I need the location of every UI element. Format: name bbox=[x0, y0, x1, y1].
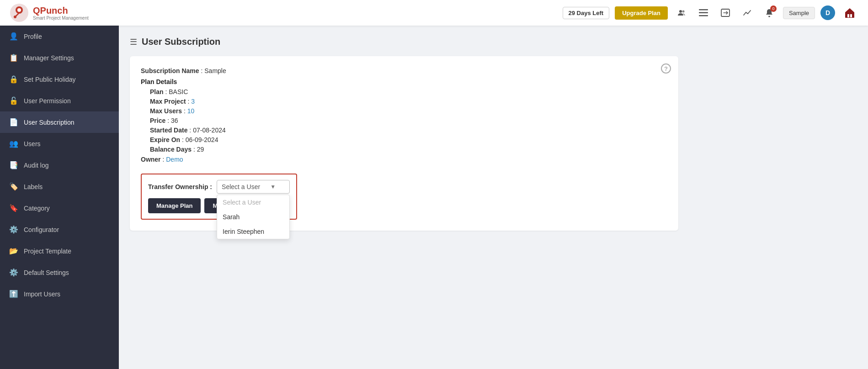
main-layout: 👤 Profile 📋 Manager Settings 🔒 Set Publi… bbox=[0, 26, 868, 369]
sidebar-item-project-template[interactable]: 📂 Project Template bbox=[0, 240, 119, 262]
set-public-holiday-icon: 🔒 bbox=[9, 75, 18, 84]
select-user-display: Select a User bbox=[222, 183, 260, 190]
subscription-card: ? Subscription Name : Sample Plan Detail… bbox=[130, 56, 678, 231]
help-icon[interactable]: ? bbox=[661, 63, 671, 74]
upgrade-plan-button[interactable]: Upgrade Plan bbox=[615, 6, 668, 20]
sidebar-item-audit-log[interactable]: 📑 Audit log bbox=[0, 154, 119, 176]
max-users-row: Max Users : 10 bbox=[150, 107, 667, 115]
logo-text: QPunch Smart Project Management bbox=[33, 5, 89, 21]
sidebar-item-set-public-holiday[interactable]: 🔒 Set Public Holiday bbox=[0, 69, 119, 90]
svg-point-4 bbox=[14, 16, 16, 18]
sidebar-item-configurator[interactable]: ⚙️ Configurator bbox=[0, 219, 119, 240]
subscription-name-row: Subscription Name : Sample bbox=[141, 67, 667, 74]
transfer-icon-button[interactable] bbox=[717, 5, 734, 21]
started-date-row: Started Date : 07-08-2024 bbox=[150, 127, 667, 134]
transfer-ownership-label: Transfer Ownership : bbox=[148, 183, 212, 190]
sidebar-item-import-users[interactable]: ⬆️ Import Users bbox=[0, 283, 119, 305]
plan-label: Plan bbox=[150, 88, 164, 95]
sidebar-item-label: Audit log bbox=[24, 162, 48, 169]
sidebar-item-profile[interactable]: 👤 Profile bbox=[0, 26, 119, 47]
import-users-icon: ⬆️ bbox=[9, 290, 18, 298]
select-user-wrapper: Select a User ▼ Select a User Sarah Ieri… bbox=[217, 180, 290, 194]
category-icon: 🔖 bbox=[9, 204, 18, 212]
svg-point-5 bbox=[679, 10, 682, 13]
sidebar-item-label: Category bbox=[24, 205, 50, 212]
sample-button[interactable]: Sample bbox=[783, 7, 815, 19]
chart-icon-button[interactable] bbox=[739, 5, 756, 21]
svg-rect-9 bbox=[699, 15, 708, 16]
profile-icon: 👤 bbox=[9, 32, 18, 41]
balance-days-row: Balance Days : 29 bbox=[150, 146, 667, 153]
logo-area: QPunch Smart Project Management bbox=[9, 3, 89, 23]
expire-on-row: Expire On : 06-09-2024 bbox=[150, 136, 667, 143]
expire-on-value: 06-09-2024 bbox=[186, 136, 218, 143]
ownership-section: Transfer Ownership : Select a User ▼ Sel… bbox=[141, 174, 297, 220]
audit-log-icon: 📑 bbox=[9, 161, 18, 169]
sidebar-item-label: Set Public Holiday bbox=[24, 76, 76, 83]
list-icon-button[interactable] bbox=[695, 5, 712, 21]
team-icon-button[interactable] bbox=[673, 5, 690, 21]
notification-badge: 0 bbox=[770, 5, 777, 12]
max-users-value: 10 bbox=[187, 107, 195, 115]
sidebar-item-label: Manager Settings bbox=[24, 54, 74, 62]
labels-icon: 🏷️ bbox=[9, 182, 18, 191]
sidebar-item-labels[interactable]: 🏷️ Labels bbox=[0, 176, 119, 197]
sidebar: 👤 Profile 📋 Manager Settings 🔒 Set Publi… bbox=[0, 26, 119, 369]
max-users-label: Max Users bbox=[150, 107, 182, 115]
plan-details-section: Plan : BASIC Max Project : 3 Max Users :… bbox=[141, 88, 667, 153]
plan-value: BASIC bbox=[169, 88, 188, 95]
max-project-row: Max Project : 3 bbox=[150, 98, 667, 105]
home-icon-button[interactable] bbox=[841, 4, 859, 22]
sidebar-item-label: Default Settings bbox=[24, 269, 69, 276]
owner-value: Demo bbox=[166, 156, 183, 163]
sidebar-item-users[interactable]: 👥 Users bbox=[0, 133, 119, 154]
days-left: 29 Days Left bbox=[563, 7, 610, 19]
svg-point-6 bbox=[682, 11, 684, 13]
svg-rect-12 bbox=[847, 14, 849, 17]
sidebar-item-category[interactable]: 🔖 Category bbox=[0, 197, 119, 219]
sidebar-item-manager-settings[interactable]: 📋 Manager Settings bbox=[0, 47, 119, 69]
svg-rect-13 bbox=[850, 14, 852, 17]
price-label: Price bbox=[150, 117, 165, 124]
svg-rect-7 bbox=[699, 9, 708, 11]
logo-icon bbox=[9, 3, 29, 23]
plan-details-label: Plan Details bbox=[141, 78, 667, 85]
sidebar-item-label: Labels bbox=[24, 183, 43, 190]
manage-plan-button[interactable]: Manage Plan bbox=[148, 198, 201, 213]
started-date-label: Started Date bbox=[150, 127, 187, 134]
topnav: QPunch Smart Project Management 29 Days … bbox=[0, 0, 868, 26]
user-subscription-icon: 📄 bbox=[9, 118, 18, 127]
sidebar-item-user-permission[interactable]: 🔓 User Permission bbox=[0, 90, 119, 111]
user-permission-icon: 🔓 bbox=[9, 96, 18, 105]
balance-days-value: 29 bbox=[197, 146, 204, 153]
sidebar-item-label: Users bbox=[24, 140, 41, 148]
page-header: ☰ User Subscription bbox=[130, 37, 857, 47]
dropdown-option-ierin[interactable]: Ierin Steephen bbox=[217, 224, 289, 239]
dropdown-option-sarah[interactable]: Sarah bbox=[217, 210, 289, 224]
page-title: User Subscription bbox=[142, 37, 220, 47]
bell-icon-button[interactable]: 0 bbox=[761, 5, 777, 21]
manager-settings-icon: 📋 bbox=[9, 53, 18, 62]
user-dropdown-menu: Select a User Sarah Ierin Steephen bbox=[217, 195, 290, 239]
chevron-down-icon: ▼ bbox=[270, 184, 276, 190]
sidebar-item-label: Import Users bbox=[24, 290, 60, 298]
avatar[interactable]: D bbox=[820, 5, 835, 20]
sidebar-item-default-settings[interactable]: ⚙️ Default Settings bbox=[0, 262, 119, 283]
dropdown-option-select[interactable]: Select a User bbox=[217, 195, 289, 210]
subscription-name-label: Subscription Name bbox=[141, 67, 199, 74]
sidebar-item-user-subscription[interactable]: 📄 User Subscription bbox=[0, 111, 119, 133]
price-row: Price : 36 bbox=[150, 117, 667, 124]
users-icon: 👥 bbox=[9, 139, 18, 148]
hamburger-icon[interactable]: ☰ bbox=[130, 37, 137, 47]
content-area: ☰ User Subscription ? Subscription Name … bbox=[119, 26, 868, 369]
default-settings-icon: ⚙️ bbox=[9, 268, 18, 277]
price-value: 36 bbox=[171, 117, 178, 124]
sidebar-item-label: Project Template bbox=[24, 248, 71, 255]
logo-title: QPunch bbox=[33, 5, 89, 16]
select-user-button[interactable]: Select a User ▼ bbox=[217, 180, 290, 194]
svg-point-11 bbox=[768, 16, 770, 17]
max-project-value: 3 bbox=[191, 98, 195, 105]
logo-subtitle: Smart Project Management bbox=[33, 16, 89, 21]
owner-row: Owner : Demo bbox=[141, 156, 667, 163]
expire-on-label: Expire On bbox=[150, 136, 180, 143]
